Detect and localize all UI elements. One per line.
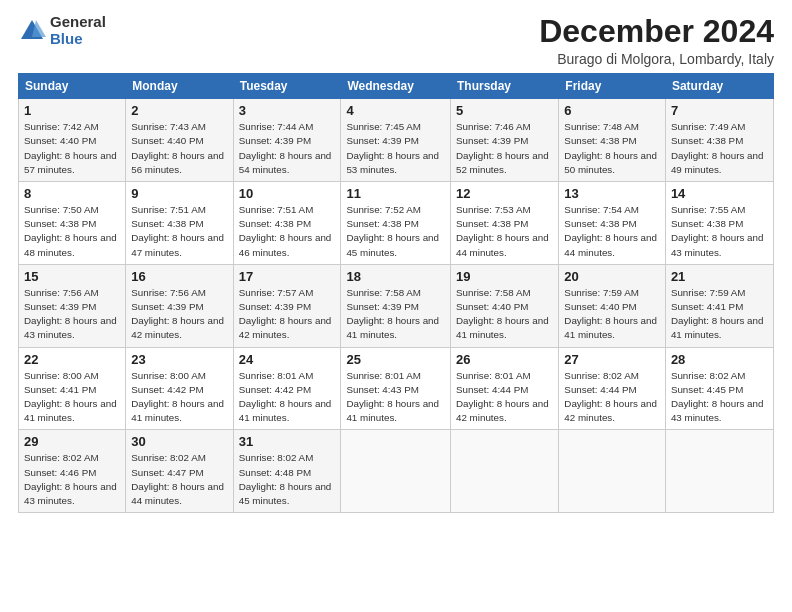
day-info: Sunrise: 8:01 AMSunset: 4:42 PMDaylight:…	[239, 369, 336, 426]
calendar-week-row: 8 Sunrise: 7:50 AMSunset: 4:38 PMDayligh…	[19, 182, 774, 265]
page: General Blue December 2024 Burago di Mol…	[0, 0, 792, 612]
day-info: Sunrise: 7:43 AMSunset: 4:40 PMDaylight:…	[131, 120, 227, 177]
day-info: Sunrise: 7:42 AMSunset: 4:40 PMDaylight:…	[24, 120, 120, 177]
table-row: 23 Sunrise: 8:00 AMSunset: 4:42 PMDaylig…	[126, 347, 233, 430]
day-number: 2	[131, 103, 227, 118]
table-row	[665, 430, 773, 513]
table-row: 20 Sunrise: 7:59 AMSunset: 4:40 PMDaylig…	[559, 264, 666, 347]
day-number: 31	[239, 434, 336, 449]
col-sunday: Sunday	[19, 74, 126, 99]
day-info: Sunrise: 8:01 AMSunset: 4:43 PMDaylight:…	[346, 369, 445, 426]
day-info: Sunrise: 7:56 AMSunset: 4:39 PMDaylight:…	[131, 286, 227, 343]
table-row: 7 Sunrise: 7:49 AMSunset: 4:38 PMDayligh…	[665, 99, 773, 182]
day-number: 19	[456, 269, 553, 284]
logo-text: General Blue	[50, 14, 106, 47]
table-row: 22 Sunrise: 8:00 AMSunset: 4:41 PMDaylig…	[19, 347, 126, 430]
day-info: Sunrise: 7:59 AMSunset: 4:40 PMDaylight:…	[564, 286, 660, 343]
day-info: Sunrise: 8:01 AMSunset: 4:44 PMDaylight:…	[456, 369, 553, 426]
table-row: 24 Sunrise: 8:01 AMSunset: 4:42 PMDaylig…	[233, 347, 341, 430]
table-row: 12 Sunrise: 7:53 AMSunset: 4:38 PMDaylig…	[451, 182, 559, 265]
day-number: 3	[239, 103, 336, 118]
day-info: Sunrise: 7:44 AMSunset: 4:39 PMDaylight:…	[239, 120, 336, 177]
day-number: 17	[239, 269, 336, 284]
day-info: Sunrise: 7:46 AMSunset: 4:39 PMDaylight:…	[456, 120, 553, 177]
day-info: Sunrise: 8:02 AMSunset: 4:48 PMDaylight:…	[239, 451, 336, 508]
day-number: 11	[346, 186, 445, 201]
table-row: 31 Sunrise: 8:02 AMSunset: 4:48 PMDaylig…	[233, 430, 341, 513]
calendar-week-row: 1 Sunrise: 7:42 AMSunset: 4:40 PMDayligh…	[19, 99, 774, 182]
day-number: 21	[671, 269, 768, 284]
table-row: 13 Sunrise: 7:54 AMSunset: 4:38 PMDaylig…	[559, 182, 666, 265]
svg-marker-1	[32, 20, 46, 37]
table-row: 29 Sunrise: 8:02 AMSunset: 4:46 PMDaylig…	[19, 430, 126, 513]
table-row: 2 Sunrise: 7:43 AMSunset: 4:40 PMDayligh…	[126, 99, 233, 182]
table-row: 15 Sunrise: 7:56 AMSunset: 4:39 PMDaylig…	[19, 264, 126, 347]
day-number: 22	[24, 352, 120, 367]
table-row: 16 Sunrise: 7:56 AMSunset: 4:39 PMDaylig…	[126, 264, 233, 347]
day-number: 8	[24, 186, 120, 201]
calendar-week-row: 22 Sunrise: 8:00 AMSunset: 4:41 PMDaylig…	[19, 347, 774, 430]
day-info: Sunrise: 7:49 AMSunset: 4:38 PMDaylight:…	[671, 120, 768, 177]
day-number: 5	[456, 103, 553, 118]
day-info: Sunrise: 7:59 AMSunset: 4:41 PMDaylight:…	[671, 286, 768, 343]
day-info: Sunrise: 8:02 AMSunset: 4:45 PMDaylight:…	[671, 369, 768, 426]
day-info: Sunrise: 7:48 AMSunset: 4:38 PMDaylight:…	[564, 120, 660, 177]
day-info: Sunrise: 7:53 AMSunset: 4:38 PMDaylight:…	[456, 203, 553, 260]
table-row: 3 Sunrise: 7:44 AMSunset: 4:39 PMDayligh…	[233, 99, 341, 182]
table-row: 4 Sunrise: 7:45 AMSunset: 4:39 PMDayligh…	[341, 99, 451, 182]
main-title: December 2024	[539, 14, 774, 49]
day-number: 29	[24, 434, 120, 449]
table-row: 28 Sunrise: 8:02 AMSunset: 4:45 PMDaylig…	[665, 347, 773, 430]
subtitle: Burago di Molgora, Lombardy, Italy	[539, 51, 774, 67]
day-number: 18	[346, 269, 445, 284]
logo-general: General	[50, 14, 106, 31]
table-row: 21 Sunrise: 7:59 AMSunset: 4:41 PMDaylig…	[665, 264, 773, 347]
day-number: 7	[671, 103, 768, 118]
day-info: Sunrise: 8:02 AMSunset: 4:46 PMDaylight:…	[24, 451, 120, 508]
table-row: 25 Sunrise: 8:01 AMSunset: 4:43 PMDaylig…	[341, 347, 451, 430]
col-tuesday: Tuesday	[233, 74, 341, 99]
day-info: Sunrise: 7:56 AMSunset: 4:39 PMDaylight:…	[24, 286, 120, 343]
table-row: 1 Sunrise: 7:42 AMSunset: 4:40 PMDayligh…	[19, 99, 126, 182]
table-row: 17 Sunrise: 7:57 AMSunset: 4:39 PMDaylig…	[233, 264, 341, 347]
day-info: Sunrise: 7:58 AMSunset: 4:40 PMDaylight:…	[456, 286, 553, 343]
logo-icon	[18, 17, 46, 45]
day-info: Sunrise: 7:45 AMSunset: 4:39 PMDaylight:…	[346, 120, 445, 177]
day-number: 30	[131, 434, 227, 449]
title-block: December 2024 Burago di Molgora, Lombard…	[539, 14, 774, 67]
table-row: 5 Sunrise: 7:46 AMSunset: 4:39 PMDayligh…	[451, 99, 559, 182]
day-number: 23	[131, 352, 227, 367]
col-monday: Monday	[126, 74, 233, 99]
calendar-week-row: 29 Sunrise: 8:02 AMSunset: 4:46 PMDaylig…	[19, 430, 774, 513]
col-wednesday: Wednesday	[341, 74, 451, 99]
day-number: 1	[24, 103, 120, 118]
col-friday: Friday	[559, 74, 666, 99]
day-number: 25	[346, 352, 445, 367]
day-number: 24	[239, 352, 336, 367]
table-row: 9 Sunrise: 7:51 AMSunset: 4:38 PMDayligh…	[126, 182, 233, 265]
day-info: Sunrise: 8:02 AMSunset: 4:47 PMDaylight:…	[131, 451, 227, 508]
calendar-table: Sunday Monday Tuesday Wednesday Thursday…	[18, 73, 774, 513]
col-saturday: Saturday	[665, 74, 773, 99]
day-number: 26	[456, 352, 553, 367]
day-number: 16	[131, 269, 227, 284]
day-info: Sunrise: 7:50 AMSunset: 4:38 PMDaylight:…	[24, 203, 120, 260]
day-number: 10	[239, 186, 336, 201]
calendar-week-row: 15 Sunrise: 7:56 AMSunset: 4:39 PMDaylig…	[19, 264, 774, 347]
day-number: 6	[564, 103, 660, 118]
header: General Blue December 2024 Burago di Mol…	[18, 14, 774, 67]
day-number: 15	[24, 269, 120, 284]
day-number: 13	[564, 186, 660, 201]
day-number: 9	[131, 186, 227, 201]
day-info: Sunrise: 7:51 AMSunset: 4:38 PMDaylight:…	[131, 203, 227, 260]
day-number: 27	[564, 352, 660, 367]
table-row: 18 Sunrise: 7:58 AMSunset: 4:39 PMDaylig…	[341, 264, 451, 347]
logo-blue: Blue	[50, 31, 106, 48]
table-row: 30 Sunrise: 8:02 AMSunset: 4:47 PMDaylig…	[126, 430, 233, 513]
table-row: 8 Sunrise: 7:50 AMSunset: 4:38 PMDayligh…	[19, 182, 126, 265]
table-row: 10 Sunrise: 7:51 AMSunset: 4:38 PMDaylig…	[233, 182, 341, 265]
col-thursday: Thursday	[451, 74, 559, 99]
table-row: 27 Sunrise: 8:02 AMSunset: 4:44 PMDaylig…	[559, 347, 666, 430]
day-info: Sunrise: 7:52 AMSunset: 4:38 PMDaylight:…	[346, 203, 445, 260]
day-info: Sunrise: 7:54 AMSunset: 4:38 PMDaylight:…	[564, 203, 660, 260]
